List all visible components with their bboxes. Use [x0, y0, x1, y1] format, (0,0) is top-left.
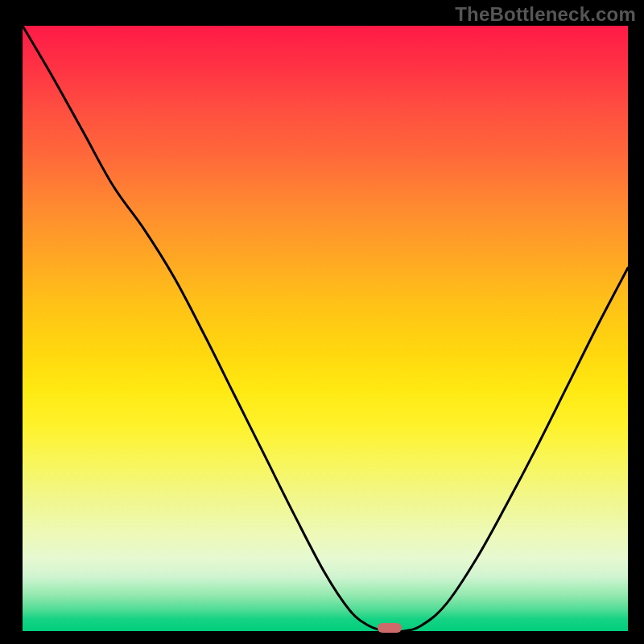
optimal-marker — [378, 623, 402, 633]
frame: TheBottleneck.com — [0, 0, 644, 644]
bottleneck-curve — [23, 26, 628, 631]
gradient-plot-area — [23, 26, 628, 631]
watermark-text: TheBottleneck.com — [455, 3, 636, 26]
